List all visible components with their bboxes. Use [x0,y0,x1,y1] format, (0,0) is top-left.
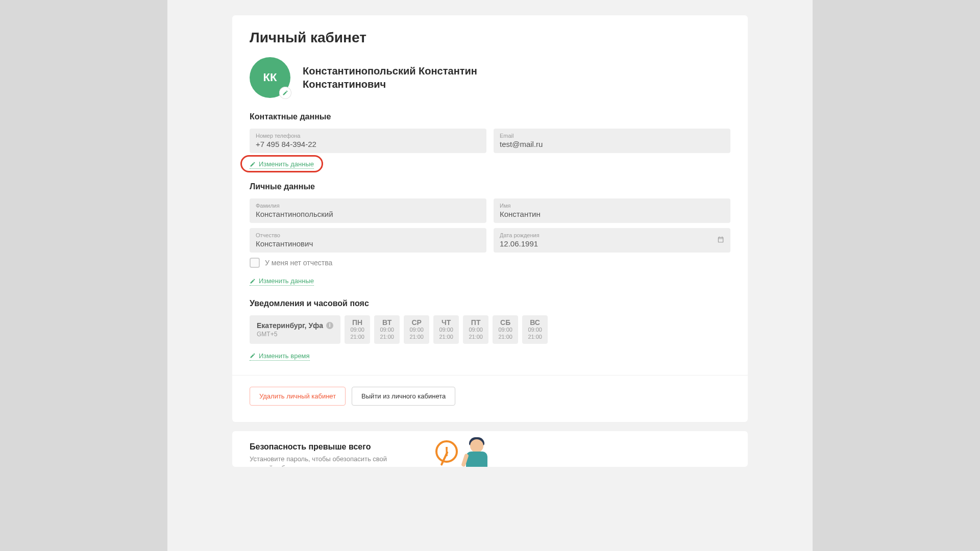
avatar-initials: КК [263,71,277,84]
timezone-row: Екатеринбург, Уфа i GMT+5 ПН09:0021:00ВТ… [250,315,730,344]
day-to: 21:00 [498,334,512,341]
no-middlename-checkbox[interactable] [250,258,260,268]
day-from: 09:00 [469,327,483,334]
security-illustration: ! [418,442,500,467]
day-block: СР09:0021:00 [404,315,429,344]
page-title: Личный кабинет [250,30,730,46]
profile-header: КК Константинопольский Константин Конста… [250,57,730,98]
timezone-block: Екатеринбург, Уфа i GMT+5 [250,315,340,344]
edit-time-link[interactable]: Изменить время [250,352,310,361]
phone-value: +7 495 84-394-22 [256,140,316,148]
contact-section-title: Контактные данные [250,112,730,121]
security-card: Безопасность превыше всего Установите па… [232,431,748,467]
security-subtitle: Установите пароль, чтобы обезопасить сво… [250,455,403,467]
day-block: ВТ09:0021:00 [374,315,400,344]
edit-contact-link[interactable]: Изменить данные [250,160,314,169]
edit-avatar-button[interactable] [279,87,291,99]
pencil-icon [250,278,256,284]
phone-label: Номер телефона [256,133,480,139]
day-to: 21:00 [350,334,364,341]
lastname-field: Фамилия Константинопольский [250,198,486,223]
day-label: ПТ [471,318,481,327]
day-label: ВС [530,318,540,327]
timezone-city: Екатеринбург, Уфа [257,321,323,330]
day-label: ВТ [382,318,391,327]
day-block: ВС09:0021:00 [522,315,548,344]
day-label: ПН [352,318,362,327]
no-middlename-label: У меня нет отчества [265,259,332,267]
email-label: Email [500,133,724,139]
day-label: ЧТ [442,318,451,327]
day-from: 09:00 [439,327,453,334]
middlename-field: Отчество Константинович [250,228,486,253]
email-value: test@mail.ru [500,140,543,148]
day-to: 21:00 [469,334,483,341]
day-block: ЧТ09:0021:00 [433,315,459,344]
edit-personal-link[interactable]: Изменить данные [250,277,314,286]
no-middlename-row[interactable]: У меня нет отчества [250,258,730,268]
info-icon[interactable]: i [326,322,333,329]
day-from: 09:00 [528,327,542,334]
day-block: СБ09:0021:00 [493,315,518,344]
security-title: Безопасность превыше всего [250,442,403,452]
delete-account-button[interactable]: Удалить личный кабинет [250,387,346,406]
personal-section-title: Личные данные [250,182,730,191]
email-field: Email test@mail.ru [494,129,730,153]
notifications-section-title: Уведомления и часовой пояс [250,299,730,308]
timezone-offset: GMT+5 [257,331,333,338]
day-from: 09:00 [498,327,512,334]
day-to: 21:00 [439,334,453,341]
avatar[interactable]: КК [250,57,290,98]
day-from: 09:00 [350,327,364,334]
day-to: 21:00 [380,334,394,341]
phone-field: Номер телефона +7 495 84-394-22 [250,129,486,153]
pencil-icon [250,161,256,167]
app-shell: Личный кабинет КК Константинопольский Ко… [167,0,813,551]
full-name: Константинопольский Константин Константи… [303,64,477,91]
day-label: СБ [500,318,510,327]
day-block: ПТ09:0021:00 [463,315,488,344]
pencil-icon [250,353,256,359]
pencil-icon [282,90,288,96]
card-footer: Удалить личный кабинет Выйти из личного … [232,375,748,406]
logout-button[interactable]: Выйти из личного кабинета [352,387,455,406]
day-to: 21:00 [409,334,424,341]
firstname-field: Имя Константин [494,198,730,223]
day-label: СР [411,318,421,327]
calendar-icon [717,236,724,245]
birthdate-field: Дата рождения 12.06.1991 [494,228,730,253]
magnifier-icon: ! [435,440,458,463]
day-to: 21:00 [528,334,542,341]
profile-card: Личный кабинет КК Константинопольский Ко… [232,15,748,422]
day-block: ПН09:0021:00 [345,315,370,344]
day-from: 09:00 [380,327,394,334]
day-from: 09:00 [409,327,424,334]
person-illustration [459,439,495,467]
